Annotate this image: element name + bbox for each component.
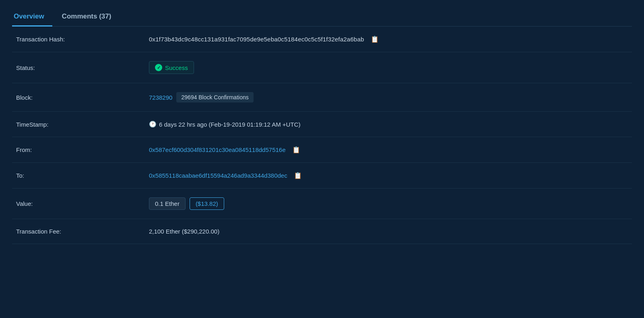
copy-to-icon[interactable]: 📋 xyxy=(294,172,302,179)
label-fee: Transaction Fee: xyxy=(12,228,149,235)
row-from: From: 0x587ecf600d304f831201c30ea0845118… xyxy=(12,137,632,163)
status-badge: ✓ Success xyxy=(149,61,194,74)
clock-icon: 🕐 xyxy=(149,121,157,128)
tabs-bar: Overview Comments (37) xyxy=(12,0,632,27)
value-ether: 0.1 Ether ($13.82) xyxy=(149,197,632,210)
fee-text: 2,100 Ether ($290,220.00) xyxy=(149,228,219,235)
row-block: Block: 7238290 29694 Block Confirmations xyxy=(12,83,632,112)
value-timestamp: 🕐 6 days 22 hrs ago (Feb-19-2019 01:19:1… xyxy=(149,121,632,128)
row-status: Status: ✓ Success xyxy=(12,52,632,83)
row-value: Value: 0.1 Ether ($13.82) xyxy=(12,189,632,219)
value-block: 7238290 29694 Block Confirmations xyxy=(149,92,632,103)
page-container: Overview Comments (37) Transaction Hash:… xyxy=(0,0,644,244)
block-confirmations-badge: 29694 Block Confirmations xyxy=(176,92,253,103)
label-value: Value: xyxy=(12,200,149,207)
row-to: To: 0x5855118caabae6df15594a246ad9a3344d… xyxy=(12,163,632,189)
usd-badge: ($13.82) xyxy=(190,197,224,210)
value-transaction-hash: 0x1f73b43dc9c48cc131a931fac7095de9e5eba0… xyxy=(149,35,632,43)
row-timestamp: TimeStamp: 🕐 6 days 22 hrs ago (Feb-19-2… xyxy=(12,112,632,137)
label-timestamp: TimeStamp: xyxy=(12,121,149,128)
ether-badge: 0.1 Ether xyxy=(149,197,186,210)
row-transaction-hash: Transaction Hash: 0x1f73b43dc9c48cc131a9… xyxy=(12,27,632,52)
row-fee: Transaction Fee: 2,100 Ether ($290,220.0… xyxy=(12,219,632,244)
copy-hash-icon[interactable]: 📋 xyxy=(371,35,379,43)
tab-overview[interactable]: Overview xyxy=(12,8,52,27)
timestamp-detail: 6 days 22 hrs ago (Feb-19-2019 01:19:12 … xyxy=(159,121,300,128)
label-status: Status: xyxy=(12,64,149,71)
status-text: Success xyxy=(165,64,188,71)
label-from: From: xyxy=(12,146,149,153)
value-from: 0x587ecf600d304f831201c30ea0845118dd5751… xyxy=(149,146,632,154)
label-block: Block: xyxy=(12,94,149,101)
value-to: 0x5855118caabae6df15594a246ad9a3344d380d… xyxy=(149,172,632,179)
value-fee: 2,100 Ether ($290,220.00) xyxy=(149,228,632,235)
label-transaction-hash: Transaction Hash: xyxy=(12,36,149,43)
status-check-icon: ✓ xyxy=(155,64,162,71)
block-number-link[interactable]: 7238290 xyxy=(149,94,172,101)
from-address-link[interactable]: 0x587ecf600d304f831201c30ea0845118dd5751… xyxy=(149,146,286,153)
timestamp-text: 🕐 6 days 22 hrs ago (Feb-19-2019 01:19:1… xyxy=(149,121,300,128)
value-status: ✓ Success xyxy=(149,61,632,74)
hash-text: 0x1f73b43dc9c48cc131a931fac7095de9e5eba0… xyxy=(149,36,364,43)
copy-from-icon[interactable]: 📋 xyxy=(292,146,300,154)
label-to: To: xyxy=(12,172,149,179)
tab-comments[interactable]: Comments (37) xyxy=(60,8,120,27)
to-address-link[interactable]: 0x5855118caabae6df15594a246ad9a3344d380d… xyxy=(149,172,287,179)
